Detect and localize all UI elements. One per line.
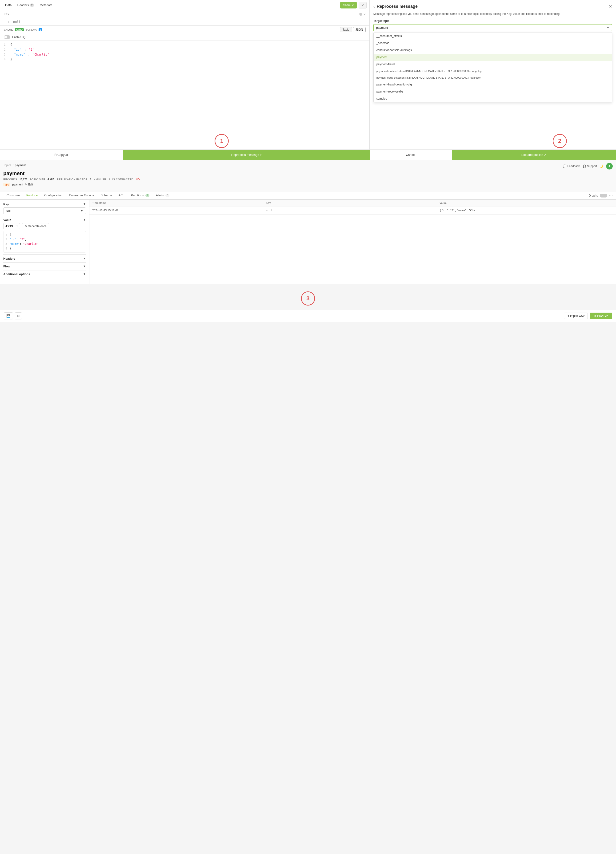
dropdown-item-payment-fraud-repartition[interactable]: payment-fraud-detection-KSTREAM-AGGREGAT… (374, 75, 612, 81)
close-button[interactable]: ✕ (359, 2, 367, 9)
value-section-header: Value ▲ (3, 218, 86, 222)
dash-label: - (44, 28, 45, 31)
value-code-block[interactable]: 1 { 2 "id": "3", 3 "name": "Charlie" 4 } (3, 231, 86, 253)
more-options-button[interactable]: ··· (609, 193, 613, 198)
tab-partitions[interactable]: Partitions 4 (128, 192, 153, 199)
jq-toggle[interactable] (4, 35, 11, 39)
flow-section[interactable]: Flow ▼ (3, 262, 86, 270)
graphs-toggle[interactable] (600, 194, 607, 197)
alerts-count: 0 (166, 194, 169, 197)
key-line-num: 1 (8, 20, 9, 24)
edit-and-publish-button[interactable]: Edit and publish ↗ (452, 150, 616, 160)
share-button[interactable]: Share ↗ (340, 2, 356, 9)
produce-left-panel: Key ▲ Null ▼ Value ▲ JSON ⚙ Generate onc… (0, 200, 90, 284)
topic-select[interactable]: payment ▼ (373, 24, 612, 31)
tab-configuration[interactable]: Configuration (41, 192, 65, 199)
dropdown-item-conduktor-console[interactable]: conduktor-console-auditlogs (374, 47, 612, 54)
is-compacted-value: NO (136, 178, 140, 181)
table-header: Timestamp Key Value (90, 200, 616, 206)
app-tag: app (3, 183, 11, 186)
dropdown-item-payment-receiver-dlq[interactable]: payment-receiver-dlq (374, 88, 612, 95)
json-view-button[interactable]: JSON (353, 27, 366, 32)
is-compacted-key: IS COMPACTED (112, 178, 134, 181)
breadcrumb-separator: / (13, 163, 14, 167)
replication-factor-key: REPLICATION FACTOR (57, 178, 88, 181)
value-code-line-4: 4 } (5, 247, 84, 251)
tab-consume[interactable]: Consume (3, 192, 23, 199)
schema-badge: 1 (39, 28, 43, 31)
table-row[interactable]: 2024-12-23 15:12:48 null {"id":"3","name… (90, 206, 616, 215)
tab-headers[interactable]: Headers 2 (15, 2, 36, 8)
reprocess-title: Reprocess message (377, 4, 418, 9)
annotation-3-container: 3 (0, 284, 616, 308)
code-line-2: 2 "id": "3", (4, 47, 368, 52)
bottom-right-actions: ⬆ Import CSV ⚙ Produce (564, 313, 612, 319)
page-header-right: 💬 Feedback 🎧 Support 🌙 A (563, 163, 613, 169)
format-select[interactable]: JSON (3, 223, 20, 229)
copy-icon-button[interactable]: ⎘ (15, 313, 22, 319)
key-section-chevron[interactable]: ▲ (83, 203, 86, 206)
key-value-row: 1 null (0, 18, 370, 26)
avatar[interactable]: A (606, 163, 613, 169)
code-line-3: 3 "name": "Charlie" (4, 52, 368, 57)
bottom-section: Topics / payment 💬 Feedback 🎧 Support 🌙 … (0, 160, 616, 192)
topic-dropdown: __consumer_offsets _schemas conduktor-co… (373, 32, 612, 102)
save-icon-button[interactable]: 💾 (4, 313, 13, 319)
breadcrumb-topics[interactable]: Topics (3, 163, 11, 167)
dropdown-item-payment-fraud[interactable]: payment-fraud (374, 61, 612, 68)
tab-actions: Share ↗ ✕ (340, 2, 367, 9)
page-header: payment (3, 171, 613, 177)
topic-size-key: TOPIC SIZE (30, 178, 45, 181)
dropdown-item-payment-fraud-dlq[interactable]: payment-fraud-detection-dlq (374, 81, 612, 88)
tab-consumer-groups[interactable]: Consumer Groups (65, 192, 97, 199)
support-button[interactable]: 🎧 Support (583, 165, 597, 168)
dropdown-item-schemas[interactable]: _schemas (374, 40, 612, 47)
tab-produce[interactable]: Produce (23, 192, 41, 199)
copy-key-icon[interactable]: ⎘ (359, 12, 361, 16)
reprocess-nav: ‹ Reprocess message (373, 4, 418, 9)
code-line-1: 1 { (4, 43, 368, 47)
tab-alerts[interactable]: Alerts 0 (153, 192, 173, 199)
value-section-chevron[interactable]: ▲ (83, 218, 86, 222)
value-code-line-1: 1 { (5, 233, 84, 237)
chevron-down-icon: ▼ (607, 26, 609, 29)
reprocess-message-button[interactable]: Reprocess message > (123, 150, 370, 160)
value-code-line-3: 3 "name": "Charlie" (5, 242, 84, 246)
headers-section[interactable]: Headers ▼ (3, 255, 86, 262)
cancel-button[interactable]: Cancel (370, 150, 452, 160)
records-key: RECORDS (3, 178, 17, 181)
feedback-button[interactable]: 💬 Feedback (563, 165, 580, 168)
tab-data[interactable]: Data (3, 2, 14, 8)
import-csv-button[interactable]: ⬆ Import CSV (564, 313, 588, 319)
page-title: payment (3, 171, 24, 177)
content-wrapper: Key ▲ Null ▼ Value ▲ JSON ⚙ Generate onc… (0, 200, 616, 284)
reprocess-back-button[interactable]: ‹ (373, 4, 375, 9)
additional-options-section[interactable]: Additional options ▼ (3, 270, 86, 278)
tab-metadata[interactable]: Metadata (37, 2, 55, 8)
copy-all-button[interactable]: ⎘ Copy all (0, 150, 123, 160)
filter-key-icon[interactable]: ⊽ (363, 12, 366, 16)
tab-schema[interactable]: Schema (97, 192, 115, 199)
edit-link[interactable]: ✎ Edit (25, 183, 33, 186)
avro-badge: AVRO (15, 28, 24, 31)
produce-button[interactable]: ⚙ Produce (590, 313, 612, 319)
target-topic-label: Target topic (373, 19, 612, 23)
value-header: VALUE AVRO SCHEMA 1 - Table JSON (0, 26, 370, 34)
value-format-row: JSON ⚙ Generate once (3, 223, 86, 229)
col-timestamp: Timestamp (92, 201, 266, 204)
meta-row: RECORDS 13,273 TOPIC SIZE 4 MiB REPLICAT… (3, 178, 613, 181)
key-null-select[interactable]: Null ▼ (3, 207, 86, 214)
dropdown-item-payment[interactable]: payment (374, 54, 612, 61)
table-view-button[interactable]: Table (340, 27, 352, 32)
topic-select-value: payment (376, 26, 388, 29)
dropdown-item-payment-fraud-changelog[interactable]: payment-fraud-detection-KSTREAM-AGGREGAT… (374, 68, 612, 75)
reprocess-close-button[interactable]: ✕ (609, 4, 612, 9)
generate-once-button[interactable]: ⚙ Generate once (22, 223, 49, 229)
tab-acl[interactable]: ACL (115, 192, 128, 199)
flow-title: Flow (3, 265, 11, 268)
theme-toggle[interactable]: 🌙 (600, 165, 603, 168)
key-section: KEY ⎘ ⊽ (0, 11, 370, 18)
dropdown-item-samples[interactable]: samples (374, 95, 612, 102)
headers-chevron-icon: ▼ (83, 257, 86, 260)
dropdown-item-consumer-offsets[interactable]: __consumer_offsets (374, 32, 612, 40)
